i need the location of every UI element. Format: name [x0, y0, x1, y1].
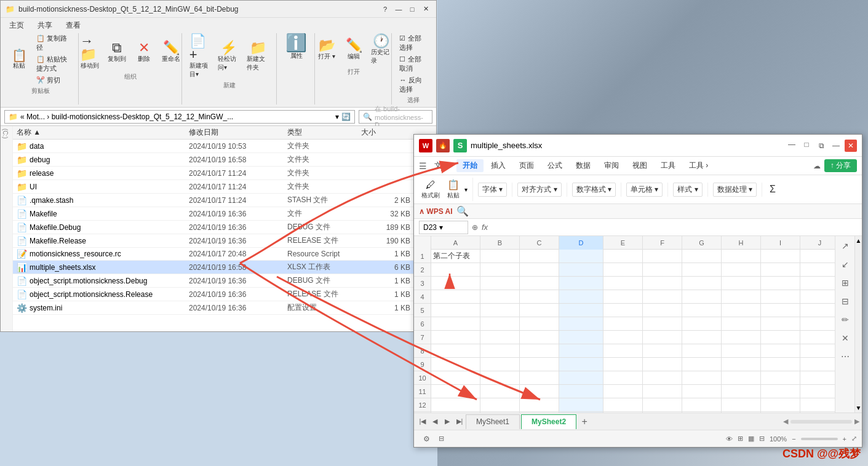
- cell-e12[interactable]: [603, 398, 643, 412]
- cell-a5[interactable]: [431, 304, 480, 317]
- cell-a9[interactable]: [431, 358, 480, 371]
- cell-d11[interactable]: [559, 385, 603, 398]
- header-name[interactable]: 名称 ▲: [17, 127, 189, 138]
- cell-g1[interactable]: [682, 250, 722, 263]
- delete-button[interactable]: ✕ 删除: [132, 40, 156, 65]
- move-to-button[interactable]: →📁 移动到: [78, 33, 102, 71]
- col-header-b[interactable]: B: [480, 236, 520, 250]
- cell-j3[interactable]: [800, 277, 835, 290]
- table-row[interactable]: 📁data 2024/10/19 10:53 文件夹: [13, 140, 436, 153]
- cell-d2[interactable]: [559, 263, 603, 277]
- table-row[interactable]: 📄.qmake.stash 2024/10/17 11:24 STASH 文件 …: [13, 194, 436, 207]
- h-scroll-left[interactable]: ◀: [783, 417, 788, 425]
- cell-b6[interactable]: [480, 317, 520, 331]
- cell-c5[interactable]: [520, 304, 559, 317]
- cut-button[interactable]: ✂️ 剪切: [34, 75, 74, 85]
- zoom-in-button[interactable]: +: [843, 435, 846, 443]
- cell-j5[interactable]: [800, 304, 835, 317]
- cell-j6[interactable]: [800, 317, 835, 331]
- cell-g3[interactable]: [682, 277, 722, 290]
- cell-j8[interactable]: [800, 344, 835, 358]
- cell-f8[interactable]: [643, 344, 682, 358]
- cell-c1[interactable]: [520, 250, 559, 263]
- format-brush-button[interactable]: 🖊 格式刷: [419, 178, 442, 201]
- cell-g9[interactable]: [682, 358, 722, 371]
- wps-sidebar-btn-1[interactable]: ↗: [838, 239, 853, 253]
- table-row[interactable]: 📝motionsickness_resource.rc 2024/10/17 2…: [13, 248, 436, 261]
- paste-button[interactable]: 📋 粘贴: [7, 48, 31, 71]
- cell-c8[interactable]: [520, 344, 559, 358]
- cell-a6[interactable]: [431, 317, 480, 331]
- cell-i1[interactable]: [761, 250, 800, 263]
- cell-d9[interactable]: [559, 358, 603, 371]
- easy-access-button[interactable]: ⚡ 轻松访问▾: [215, 40, 242, 73]
- cell-i3[interactable]: [761, 277, 800, 290]
- table-row[interactable]: 📁release 2024/10/17 11:24 文件夹: [13, 167, 436, 180]
- wps-menu-view[interactable]: 视图: [626, 159, 653, 172]
- close-button[interactable]: ✕: [420, 4, 431, 15]
- cell-j11[interactable]: [800, 385, 835, 398]
- cell-b12[interactable]: [480, 398, 520, 412]
- cell-i9[interactable]: [761, 358, 800, 371]
- table-row[interactable]: 📄Makefile.Debug 2024/10/19 16:36 DEBUG 文…: [13, 221, 436, 234]
- wps-sidebar-btn-3[interactable]: ⊞: [838, 275, 853, 290]
- cell-h9[interactable]: [722, 358, 761, 371]
- cell-h4[interactable]: [722, 290, 761, 304]
- cell-b5[interactable]: [480, 304, 520, 317]
- wps-window-restore[interactable]: ⧉: [815, 140, 827, 152]
- cell-g5[interactable]: [682, 304, 722, 317]
- h-scroll-right[interactable]: ▶: [854, 417, 859, 425]
- cell-e4[interactable]: [603, 290, 643, 304]
- fullscreen-button[interactable]: ⤢: [851, 435, 857, 443]
- wps-menu-insert[interactable]: 插入: [485, 159, 512, 172]
- cell-a2[interactable]: [431, 263, 480, 277]
- font-dropdown[interactable]: 字体 ▾: [478, 183, 507, 197]
- cell-h1[interactable]: [722, 250, 761, 263]
- zoom-out-button[interactable]: −: [792, 435, 795, 443]
- properties-button[interactable]: ℹ️ 属性: [283, 33, 309, 61]
- cell-g7[interactable]: [682, 331, 722, 344]
- status-settings-icon[interactable]: ⚙: [419, 432, 434, 446]
- cell-a10[interactable]: [431, 371, 480, 385]
- cell-i5[interactable]: [761, 304, 800, 317]
- search-box[interactable]: 🔍 在 build-motionsickness-D...: [359, 110, 432, 124]
- wps-search-icon[interactable]: 🔍: [456, 205, 469, 217]
- cell-i12[interactable]: [761, 398, 800, 412]
- col-header-h[interactable]: H: [722, 236, 761, 250]
- col-header-j[interactable]: J: [800, 236, 835, 250]
- cell-f2[interactable]: [643, 263, 682, 277]
- cell-a11[interactable]: [431, 385, 480, 398]
- refresh-icon[interactable]: 🔄: [341, 113, 351, 121]
- col-header-f[interactable]: F: [643, 236, 682, 250]
- cell-j10[interactable]: [800, 371, 835, 385]
- sheet-tab-mysheet2[interactable]: MySheet2: [521, 414, 576, 429]
- cell-i4[interactable]: [761, 290, 800, 304]
- sheet-tab-mysheet1[interactable]: MySheet1: [466, 414, 520, 429]
- cell-g2[interactable]: [682, 263, 722, 277]
- table-row[interactable]: 📄Makefile 2024/10/19 16:36 文件 32 KB: [13, 207, 436, 221]
- maximize-button[interactable]: □: [407, 4, 418, 15]
- wps-maximize-button[interactable]: □: [800, 138, 813, 151]
- h-scrollbar[interactable]: [790, 420, 852, 424]
- cell-e10[interactable]: [603, 371, 643, 385]
- table-row[interactable]: 📄object_script.motionsickness.Release 20…: [13, 288, 436, 301]
- cell-b4[interactable]: [480, 290, 520, 304]
- status-page-view-icon[interactable]: ⊟: [439, 435, 444, 443]
- wps-menu-page[interactable]: 页面: [513, 159, 540, 172]
- cell-g4[interactable]: [682, 290, 722, 304]
- col-header-a[interactable]: A: [431, 236, 480, 250]
- add-sheet-button[interactable]: +: [578, 415, 591, 428]
- cell-h5[interactable]: [722, 304, 761, 317]
- table-row[interactable]: 📁debug 2024/10/19 16:58 文件夹: [13, 153, 436, 167]
- cell-e2[interactable]: [603, 263, 643, 277]
- history-button[interactable]: 🕐 历史记录: [368, 33, 393, 66]
- cell-b11[interactable]: [480, 385, 520, 398]
- header-type[interactable]: 类型: [287, 127, 361, 138]
- cell-d10[interactable]: [559, 371, 603, 385]
- cell-d4[interactable]: [559, 290, 603, 304]
- cell-e5[interactable]: [603, 304, 643, 317]
- wps-paste-dropdown[interactable]: ▾: [464, 186, 468, 193]
- cell-a4[interactable]: [431, 290, 480, 304]
- cell-f7[interactable]: [643, 331, 682, 344]
- cell-reference-box[interactable]: D23 ▾: [419, 221, 468, 234]
